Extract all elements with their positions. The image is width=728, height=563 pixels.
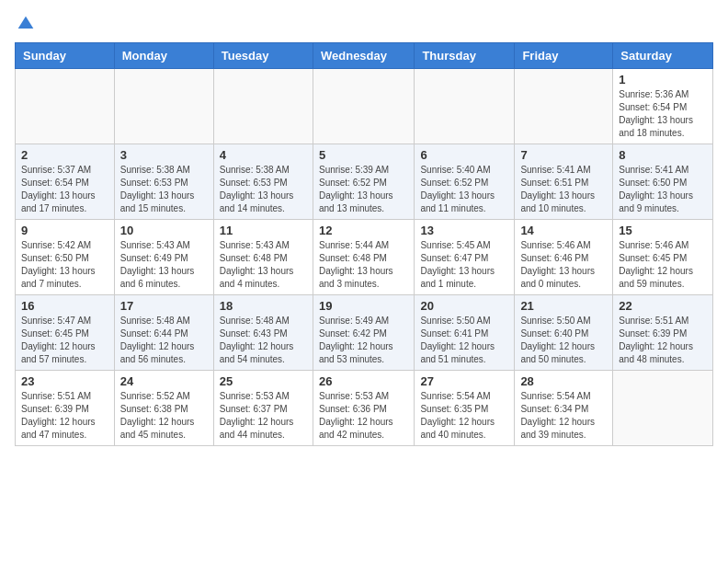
day-info: Sunrise: 5:42 AM Sunset: 6:50 PM Dayligh… — [21, 239, 108, 291]
calendar-week-row: 2Sunrise: 5:37 AM Sunset: 6:54 PM Daylig… — [16, 144, 713, 220]
day-number: 10 — [120, 224, 208, 237]
day-number: 27 — [420, 374, 508, 388]
day-number: 19 — [319, 299, 408, 313]
day-info: Sunrise: 5:37 AM Sunset: 6:54 PM Dayligh… — [21, 164, 108, 215]
calendar-day-cell — [415, 69, 515, 144]
calendar-day-cell: 25Sunrise: 5:53 AM Sunset: 6:37 PM Dayli… — [213, 371, 313, 446]
calendar-day-cell: 1Sunrise: 5:36 AM Sunset: 6:54 PM Daylig… — [613, 69, 713, 144]
day-info: Sunrise: 5:50 AM Sunset: 6:41 PM Dayligh… — [420, 315, 508, 366]
day-number: 26 — [319, 374, 408, 388]
day-number: 9 — [21, 224, 108, 237]
day-number: 4 — [220, 148, 307, 162]
logo-icon — [17, 15, 35, 33]
calendar-day-cell: 12Sunrise: 5:44 AM Sunset: 6:48 PM Dayli… — [313, 220, 414, 295]
weekday-header-wednesday: Wednesday — [313, 43, 414, 69]
calendar-day-cell: 28Sunrise: 5:54 AM Sunset: 6:34 PM Dayli… — [515, 371, 613, 446]
day-number: 25 — [220, 374, 307, 388]
day-number: 3 — [120, 148, 208, 162]
weekday-header-friday: Friday — [515, 43, 613, 69]
day-info: Sunrise: 5:54 AM Sunset: 6:34 PM Dayligh… — [520, 390, 607, 442]
day-info: Sunrise: 5:44 AM Sunset: 6:48 PM Dayligh… — [319, 239, 408, 291]
day-number: 2 — [21, 148, 108, 162]
weekday-header-sunday: Sunday — [16, 43, 115, 69]
calendar-day-cell — [515, 69, 613, 144]
calendar-day-cell — [16, 69, 115, 144]
day-info: Sunrise: 5:43 AM Sunset: 6:48 PM Dayligh… — [220, 239, 307, 291]
calendar-day-cell: 6Sunrise: 5:40 AM Sunset: 6:52 PM Daylig… — [415, 144, 515, 220]
calendar-day-cell: 26Sunrise: 5:53 AM Sunset: 6:36 PM Dayli… — [313, 371, 414, 446]
calendar-day-cell: 11Sunrise: 5:43 AM Sunset: 6:48 PM Dayli… — [213, 220, 313, 295]
day-info: Sunrise: 5:40 AM Sunset: 6:52 PM Dayligh… — [420, 164, 508, 215]
weekday-header-thursday: Thursday — [415, 43, 515, 69]
day-number: 23 — [21, 374, 108, 388]
calendar-day-cell: 17Sunrise: 5:48 AM Sunset: 6:44 PM Dayli… — [114, 295, 213, 371]
calendar-day-cell: 5Sunrise: 5:39 AM Sunset: 6:52 PM Daylig… — [313, 144, 414, 220]
day-number: 6 — [420, 148, 508, 162]
svg-marker-0 — [18, 17, 34, 29]
calendar-day-cell — [114, 69, 213, 144]
day-number: 14 — [520, 224, 607, 237]
day-number: 28 — [520, 374, 607, 388]
day-info: Sunrise: 5:48 AM Sunset: 6:44 PM Dayligh… — [120, 315, 208, 366]
day-info: Sunrise: 5:51 AM Sunset: 6:39 PM Dayligh… — [21, 390, 108, 442]
day-number: 20 — [420, 299, 508, 313]
day-info: Sunrise: 5:39 AM Sunset: 6:52 PM Dayligh… — [319, 164, 408, 215]
calendar-week-row: 16Sunrise: 5:47 AM Sunset: 6:45 PM Dayli… — [16, 295, 713, 371]
page-header — [15, 15, 713, 33]
day-info: Sunrise: 5:52 AM Sunset: 6:38 PM Dayligh… — [120, 390, 208, 442]
calendar-day-cell: 13Sunrise: 5:45 AM Sunset: 6:47 PM Dayli… — [415, 220, 515, 295]
day-info: Sunrise: 5:47 AM Sunset: 6:45 PM Dayligh… — [21, 315, 108, 366]
calendar-day-cell: 9Sunrise: 5:42 AM Sunset: 6:50 PM Daylig… — [16, 220, 115, 295]
calendar-day-cell: 24Sunrise: 5:52 AM Sunset: 6:38 PM Dayli… — [114, 371, 213, 446]
calendar-day-cell: 23Sunrise: 5:51 AM Sunset: 6:39 PM Dayli… — [16, 371, 115, 446]
calendar-day-cell: 8Sunrise: 5:41 AM Sunset: 6:50 PM Daylig… — [613, 144, 713, 220]
calendar-day-cell — [613, 371, 713, 446]
calendar-day-cell: 16Sunrise: 5:47 AM Sunset: 6:45 PM Dayli… — [16, 295, 115, 371]
day-number: 5 — [319, 148, 408, 162]
weekday-header-saturday: Saturday — [613, 43, 713, 69]
day-info: Sunrise: 5:38 AM Sunset: 6:53 PM Dayligh… — [120, 164, 208, 215]
day-info: Sunrise: 5:53 AM Sunset: 6:36 PM Dayligh… — [319, 390, 408, 442]
calendar-header-row: SundayMondayTuesdayWednesdayThursdayFrid… — [16, 43, 713, 69]
day-info: Sunrise: 5:48 AM Sunset: 6:43 PM Dayligh… — [220, 315, 307, 366]
weekday-header-monday: Monday — [114, 43, 213, 69]
calendar-week-row: 9Sunrise: 5:42 AM Sunset: 6:50 PM Daylig… — [16, 220, 713, 295]
day-info: Sunrise: 5:45 AM Sunset: 6:47 PM Dayligh… — [420, 239, 508, 291]
day-info: Sunrise: 5:41 AM Sunset: 6:50 PM Dayligh… — [619, 164, 707, 215]
weekday-header-tuesday: Tuesday — [213, 43, 313, 69]
day-number: 15 — [619, 224, 707, 237]
day-number: 17 — [120, 299, 208, 313]
day-number: 24 — [120, 374, 208, 388]
day-number: 16 — [21, 299, 108, 313]
calendar-day-cell — [213, 69, 313, 144]
calendar-week-row: 23Sunrise: 5:51 AM Sunset: 6:39 PM Dayli… — [16, 371, 713, 446]
day-info: Sunrise: 5:38 AM Sunset: 6:53 PM Dayligh… — [220, 164, 307, 215]
calendar-day-cell: 22Sunrise: 5:51 AM Sunset: 6:39 PM Dayli… — [613, 295, 713, 371]
day-info: Sunrise: 5:49 AM Sunset: 6:42 PM Dayligh… — [319, 315, 408, 366]
calendar-day-cell: 3Sunrise: 5:38 AM Sunset: 6:53 PM Daylig… — [114, 144, 213, 220]
day-info: Sunrise: 5:46 AM Sunset: 6:46 PM Dayligh… — [520, 239, 607, 291]
calendar-day-cell: 20Sunrise: 5:50 AM Sunset: 6:41 PM Dayli… — [415, 295, 515, 371]
calendar-table: SundayMondayTuesdayWednesdayThursdayFrid… — [15, 42, 713, 446]
calendar-day-cell: 4Sunrise: 5:38 AM Sunset: 6:53 PM Daylig… — [213, 144, 313, 220]
day-info: Sunrise: 5:53 AM Sunset: 6:37 PM Dayligh… — [220, 390, 307, 442]
day-info: Sunrise: 5:36 AM Sunset: 6:54 PM Dayligh… — [619, 88, 707, 140]
day-number: 18 — [220, 299, 307, 313]
calendar-day-cell: 2Sunrise: 5:37 AM Sunset: 6:54 PM Daylig… — [16, 144, 115, 220]
day-number: 21 — [520, 299, 607, 313]
day-number: 7 — [520, 148, 607, 162]
calendar-week-row: 1Sunrise: 5:36 AM Sunset: 6:54 PM Daylig… — [16, 69, 713, 144]
day-info: Sunrise: 5:43 AM Sunset: 6:49 PM Dayligh… — [120, 239, 208, 291]
calendar-day-cell: 15Sunrise: 5:46 AM Sunset: 6:45 PM Dayli… — [613, 220, 713, 295]
calendar-day-cell: 19Sunrise: 5:49 AM Sunset: 6:42 PM Dayli… — [313, 295, 414, 371]
calendar-day-cell: 10Sunrise: 5:43 AM Sunset: 6:49 PM Dayli… — [114, 220, 213, 295]
calendar-day-cell: 27Sunrise: 5:54 AM Sunset: 6:35 PM Dayli… — [415, 371, 515, 446]
day-info: Sunrise: 5:50 AM Sunset: 6:40 PM Dayligh… — [520, 315, 607, 366]
day-number: 13 — [420, 224, 508, 237]
day-number: 8 — [619, 148, 707, 162]
day-number: 22 — [619, 299, 707, 313]
day-info: Sunrise: 5:54 AM Sunset: 6:35 PM Dayligh… — [420, 390, 508, 442]
day-number: 12 — [319, 224, 408, 237]
calendar-day-cell: 14Sunrise: 5:46 AM Sunset: 6:46 PM Dayli… — [515, 220, 613, 295]
calendar-day-cell: 21Sunrise: 5:50 AM Sunset: 6:40 PM Dayli… — [515, 295, 613, 371]
